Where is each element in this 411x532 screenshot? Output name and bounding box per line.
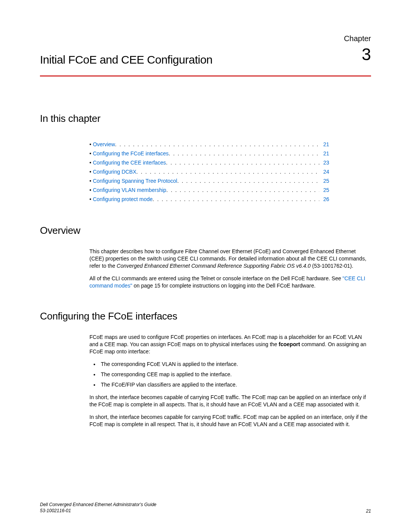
toc-item: • Configuring Spanning Tree Protocol 25 [89,176,329,185]
list-item: The corresponding FCoE VLAN is applied t… [99,361,371,368]
paragraph: All of the CLI commands are entered usin… [89,275,371,289]
heading-configuring-fcoe: Configuring the FCoE interfaces [40,310,371,322]
bullet-icon: • [89,158,91,167]
footer-doc-number: 53-1002116-01 [40,508,156,514]
toc-leader [169,149,319,158]
bullet-icon: • [89,167,91,176]
heading-in-this-chapter: In this chapter [40,113,371,125]
bullet-icon: • [89,195,91,204]
command-name: fcoeport [279,341,300,347]
toc-page[interactable]: 24 [319,167,329,176]
toc-page[interactable]: 21 [319,140,329,149]
page-footer: Dell Converged Enhanced Ethernet Adminis… [40,502,371,514]
title-rule [40,75,371,77]
toc-leader [136,167,319,176]
toc-link[interactable]: Configuring DCBX [93,167,136,176]
chapter-title: Initial FCoE and CEE Configuration [40,53,371,66]
fcoe-body: FCoE maps are used to configure FCoE pro… [89,334,371,428]
list-item: The corresponding CEE map is applied to … [99,371,371,378]
chapter-number: 3 [362,45,371,64]
bullet-icon: • [89,185,91,195]
paragraph: In short, the interface becomes capable … [89,414,371,428]
toc-item: • Configuring the CEE interfaces 23 [89,158,329,167]
toc-page[interactable]: 23 [319,158,329,167]
toc-page[interactable]: 25 [319,176,329,185]
footer-left: Dell Converged Enhanced Ethernet Adminis… [40,502,156,514]
toc-page[interactable]: 25 [319,185,329,195]
paragraph: This chapter describes how to configure … [89,248,371,270]
text: on page 15 for complete instructions on … [132,283,315,289]
toc-item: • Configuring protect mode 26 [89,195,329,204]
heading-overview: Overview [40,225,371,236]
paragraph: In short, the interface becomes capable … [89,394,371,408]
toc-leader [177,176,320,185]
page: Chapter 3 Initial FCoE and CEE Configura… [0,0,411,532]
toc-link[interactable]: Overview [93,140,115,149]
footer-doc-title: Dell Converged Enhanced Ethernet Adminis… [40,502,156,508]
paragraph: FCoE maps are used to configure FCoE pro… [89,334,371,355]
bullet-list: The corresponding FCoE VLAN is applied t… [99,361,371,388]
toc-page[interactable]: 21 [319,149,329,158]
text: (53-1001762-01). [311,263,353,269]
overview-body: This chapter describes how to configure … [89,248,371,289]
toc-item: • Overview 21 [89,140,329,149]
text: All of the CLI commands are entered usin… [89,275,342,281]
toc-leader [153,195,319,204]
toc-leader [166,185,320,195]
list-item: The FCoE/FIP vlan classifiers are applie… [99,381,371,388]
footer-page-number: 21 [366,508,371,514]
bullet-icon: • [89,140,91,149]
bullet-icon: • [89,149,91,158]
chapter-label: Chapter [344,34,371,43]
toc-leader [115,140,319,149]
toc: • Overview 21 • Configuring the FCoE int… [89,140,329,204]
toc-item: • Configuring the FCoE interfaces 21 [89,149,329,158]
toc-page[interactable]: 26 [319,195,329,204]
toc-item: • Configuring DCBX 24 [89,167,329,176]
bullet-icon: • [89,176,91,185]
toc-link[interactable]: Configuring the CEE interfaces [93,158,166,167]
toc-link[interactable]: Configuring protect mode [93,195,153,204]
toc-link[interactable]: Configuring Spanning Tree Protocol [93,176,177,185]
toc-leader [166,158,319,167]
toc-item: • Configuring VLAN membership 25 [89,185,329,195]
toc-link[interactable]: Configuring VLAN membership [93,185,166,195]
toc-link[interactable]: Configuring the FCoE interfaces [93,149,169,158]
italic-text: Converged Enhanced Ethernet Command Refe… [117,263,311,269]
